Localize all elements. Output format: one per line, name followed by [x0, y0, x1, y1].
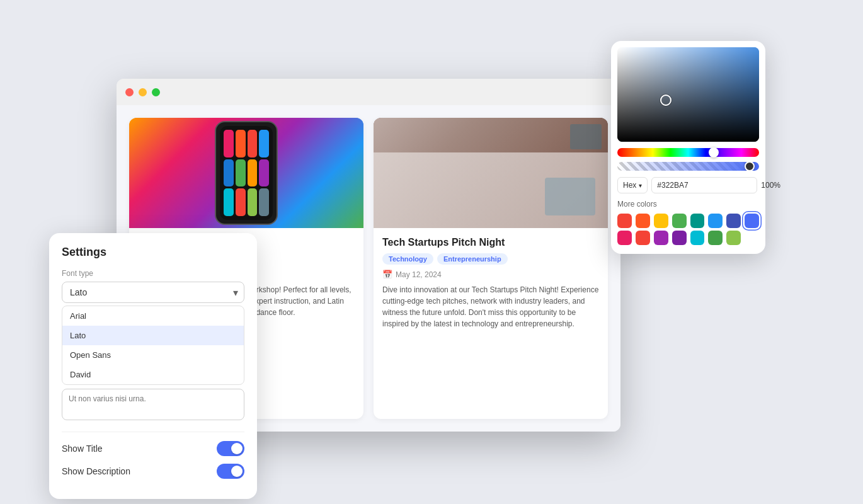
color-picker-panel: Hex ▾ 100% More colors	[611, 41, 765, 254]
font-selected-value: Lato	[70, 287, 87, 297]
settings-textarea[interactable]	[62, 389, 244, 420]
gradient-canvas[interactable]	[617, 47, 759, 142]
font-option-open-sans[interactable]: Open Sans	[62, 345, 244, 365]
tech-card: Tech Startups Pitch Night Technology Ent…	[374, 118, 608, 419]
tech-card-description: Dive into innovation at our Tech Startup…	[382, 284, 599, 329]
swatch-red-2[interactable]	[636, 231, 650, 245]
tech-card-body: Tech Startups Pitch Night Technology Ent…	[374, 228, 608, 338]
more-colors-label: More colors	[617, 200, 759, 209]
hex-row: Hex ▾ 100%	[617, 177, 759, 193]
hex-format-label: Hex	[623, 181, 636, 190]
swatch-light-green[interactable]	[726, 231, 741, 245]
font-option-david[interactable]: David	[62, 365, 244, 384]
minimize-button[interactable]	[139, 88, 147, 96]
tech-card-image	[374, 118, 608, 228]
tech-card-tags: Technology Entrepreneurship	[382, 253, 599, 265]
alpha-slider[interactable]	[617, 162, 759, 171]
hue-thumb	[709, 147, 719, 158]
show-description-label: Show Description	[62, 466, 130, 476]
swatch-red[interactable]	[617, 214, 632, 228]
alpha-overlay	[617, 162, 759, 171]
close-button[interactable]	[125, 88, 134, 96]
swatch-deep-purple[interactable]	[672, 231, 687, 245]
tech-card-date: 📅 May 12, 2024	[382, 270, 599, 279]
swatches-row-2	[617, 231, 759, 245]
swatch-blue[interactable]	[708, 214, 723, 228]
gradient-canvas-inner	[617, 47, 759, 142]
swatch-amber[interactable]	[654, 214, 668, 228]
swatch-purple[interactable]	[654, 231, 668, 245]
alpha-thumb	[745, 162, 755, 171]
font-type-label: Font type	[62, 269, 244, 278]
tech-tag-technology: Technology	[382, 253, 433, 265]
swatch-green[interactable]	[672, 214, 687, 228]
font-option-lato[interactable]: Lato	[62, 326, 244, 345]
show-title-label: Show Title	[62, 444, 103, 454]
maximize-button[interactable]	[152, 88, 160, 96]
browser-titlebar	[117, 79, 620, 105]
opacity-value: 100%	[761, 181, 780, 190]
settings-title: Settings	[62, 246, 244, 259]
hue-slider[interactable]	[617, 148, 759, 157]
tech-card-title: Tech Startups Pitch Night	[382, 237, 599, 248]
swatch-deep-orange[interactable]	[636, 214, 650, 228]
settings-divider	[62, 432, 244, 432]
show-title-toggle[interactable]	[217, 441, 244, 456]
font-option-arial[interactable]: Arial	[62, 306, 244, 326]
hex-format-button[interactable]: Hex ▾	[617, 177, 648, 193]
font-select-wrapper: Lato ▾	[62, 282, 244, 303]
swatch-pink[interactable]	[617, 231, 632, 245]
show-description-row: Show Description	[62, 464, 244, 479]
swatch-teal[interactable]	[690, 214, 705, 228]
swatch-primary-active[interactable]	[745, 214, 759, 228]
tech-tag-entrepreneurship: Entrepreneurship	[437, 253, 508, 265]
hex-value-input[interactable]	[651, 177, 757, 193]
show-description-toggle[interactable]	[217, 464, 244, 479]
calendar-icon-tech: 📅	[382, 270, 392, 279]
font-select-button[interactable]: Lato	[62, 282, 244, 303]
dance-card-image	[129, 118, 363, 228]
swatches-row-1	[617, 214, 759, 228]
swatch-green-2[interactable]	[708, 231, 723, 245]
swatch-indigo[interactable]	[726, 214, 741, 228]
show-title-row: Show Title	[62, 441, 244, 456]
hex-chevron-icon: ▾	[639, 182, 642, 189]
font-dropdown-list: Arial Lato Open Sans David	[62, 306, 244, 385]
swatch-cyan[interactable]	[690, 231, 705, 245]
settings-panel: Settings Font type Lato ▾ Arial Lato Ope…	[49, 233, 257, 499]
